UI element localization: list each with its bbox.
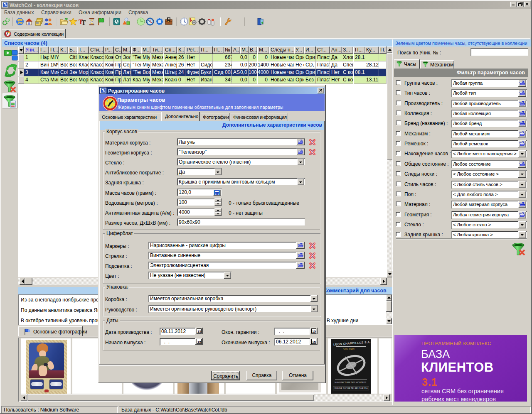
svg-text:15: 15 bbox=[312, 340, 316, 344]
svg-text:15: 15 bbox=[197, 340, 201, 344]
svg-text:T: T bbox=[81, 19, 86, 26]
svg-text:15: 15 bbox=[197, 330, 201, 333]
svg-text:15: 15 bbox=[312, 330, 316, 333]
